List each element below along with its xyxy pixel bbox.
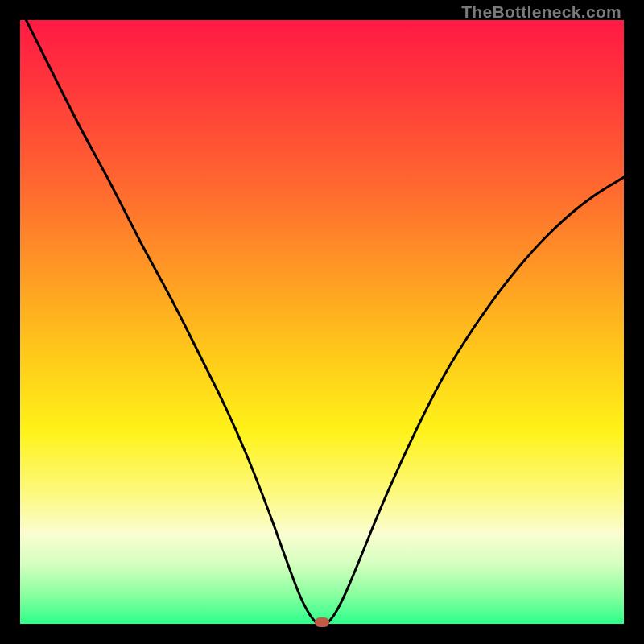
optimum-marker — [315, 617, 329, 627]
plot-area — [20, 20, 624, 624]
watermark-text: TheBottleneck.com — [461, 2, 621, 22]
curve-path — [27, 20, 625, 624]
chart-frame: TheBottleneck.com — [0, 0, 644, 644]
bottleneck-curve — [20, 20, 624, 624]
